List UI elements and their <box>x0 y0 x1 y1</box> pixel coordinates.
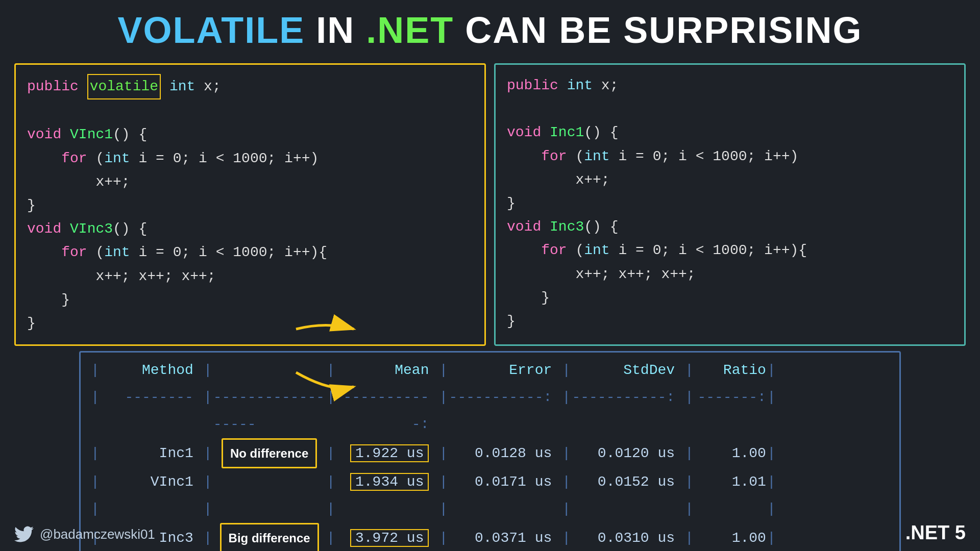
right-line1: public int x; <box>507 74 953 97</box>
col-header-method: Method <box>101 357 203 384</box>
left-line5: x++; <box>27 170 473 194</box>
left-code-panel: public volatile int x; void VInc1() { fo… <box>14 63 486 346</box>
cell-method-inc1: Inc1 <box>101 440 203 467</box>
table-blank-row: | | | | | | | <box>90 495 890 522</box>
right-line10: } <box>507 286 953 310</box>
right-line6: } <box>507 192 953 215</box>
right-line7: void Inc3() { <box>507 215 953 239</box>
title-rest: CAN BE SURPRISING <box>465 10 862 51</box>
left-line11: } <box>27 312 473 335</box>
cell-no-diff-label: No difference <box>213 438 326 469</box>
cell-ratio-vinc1: 1.01 <box>695 468 766 495</box>
cell-stddev-inc3: 0.0310 us <box>572 524 684 551</box>
big-difference-label: Big difference <box>220 523 319 551</box>
cell-stddev-vinc1: 0.0152 us <box>572 468 684 495</box>
cell-error-vinc1: 0.0171 us <box>449 468 561 495</box>
volatile-keyword: volatile <box>87 74 161 99</box>
title-volatile: VOLATILE <box>118 10 305 51</box>
left-line10: } <box>27 288 473 312</box>
title-in: IN <box>316 10 366 51</box>
left-line1: public volatile int x; <box>27 74 473 99</box>
twitter-icon <box>14 524 34 544</box>
benchmark-table: | Method | | Mean | Error | StdDev | Rat… <box>79 351 901 551</box>
cell-big-diff-label: Big difference <box>213 523 326 551</box>
table-row-vinc1: | VInc1 | | 1.934 us | 0.0171 us | 0.015… <box>90 468 890 495</box>
cell-mean-inc3: 3.972 us <box>336 524 438 551</box>
cell-mean-vinc1: 1.934 us <box>336 468 438 495</box>
table-row-inc3: | Inc3 | Big difference | 3.972 us | 0.0… <box>90 523 890 551</box>
left-line4: for (int i = 0; i < 1000; i++) <box>27 147 473 170</box>
left-blank1 <box>27 99 473 123</box>
col-header-ratio: Ratio <box>695 357 766 384</box>
page-title: VOLATILE IN .NET CAN BE SURPRISING <box>0 0 980 58</box>
table-separator: | -------- | ------------------ | ------… <box>90 384 890 438</box>
left-line9: x++; x++; x++; <box>27 265 473 288</box>
cell-stddev-inc1: 0.0120 us <box>572 440 684 467</box>
cell-method-vinc1: VInc1 <box>101 468 203 495</box>
title-dotnet: .NET <box>366 10 454 51</box>
net5-label: .NET 5 <box>905 522 966 544</box>
right-code-panel: public int x; void Inc1() { for (int i =… <box>494 63 966 346</box>
cell-ratio-inc3: 1.00 <box>695 524 766 551</box>
col-header-mean: Mean <box>336 357 438 384</box>
cell-error-inc1: 0.0128 us <box>449 440 561 467</box>
left-line6: } <box>27 194 473 217</box>
right-line3: void Inc1() { <box>507 121 953 144</box>
left-line3: void VInc1() { <box>27 123 473 146</box>
col-header-error: Error <box>449 357 561 384</box>
right-line11: } <box>507 310 953 333</box>
right-line4: for (int i = 0; i < 1000; i++) <box>507 145 953 168</box>
right-line5: x++; <box>507 168 953 192</box>
cell-error-inc3: 0.0371 us <box>449 524 561 551</box>
right-line9: x++; x++; x++; <box>507 263 953 286</box>
cell-mean-inc1: 1.922 us <box>336 440 438 467</box>
table-row-inc1: | Inc1 | No difference | 1.922 us | 0.01… <box>90 438 890 469</box>
table-section: | Method | | Mean | Error | StdDev | Rat… <box>0 351 980 551</box>
col-header-stddev: StdDev <box>572 357 684 384</box>
right-blank1 <box>507 97 953 121</box>
code-panels: public volatile int x; void VInc1() { fo… <box>0 58 980 351</box>
left-line8: for (int i = 0; i < 1000; i++){ <box>27 241 473 264</box>
right-line8: for (int i = 0; i < 1000; i++){ <box>507 239 953 262</box>
no-difference-label: No difference <box>222 438 317 469</box>
twitter-handle: @badamczewski01 <box>40 527 155 542</box>
table-header: | Method | | Mean | Error | StdDev | Rat… <box>90 357 890 384</box>
left-line7: void VInc3() { <box>27 217 473 241</box>
cell-ratio-inc1: 1.00 <box>695 440 766 467</box>
footer: @badamczewski01 <box>14 524 155 544</box>
